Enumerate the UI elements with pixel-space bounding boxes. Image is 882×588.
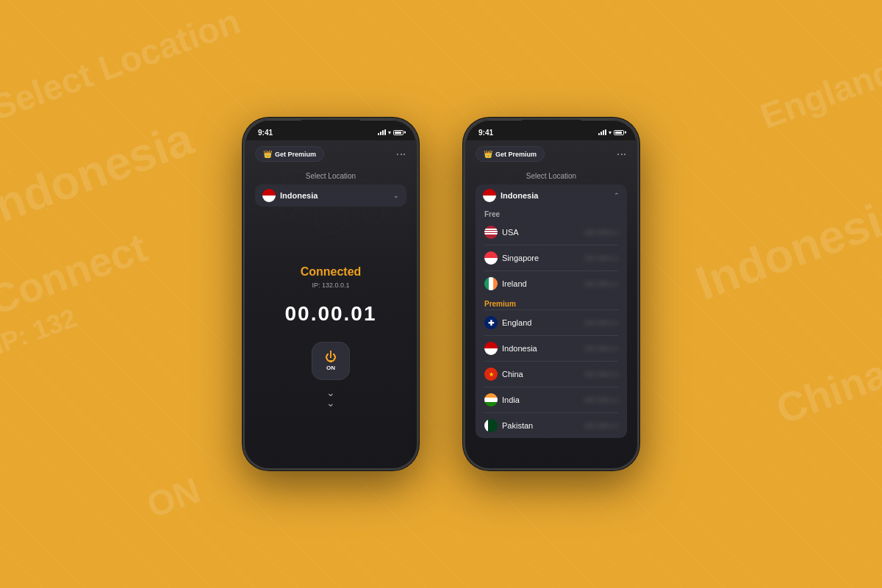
bg-watermark-connected: Connect xyxy=(0,223,153,325)
phone2-ip-england: 192.168.x.x xyxy=(584,319,618,326)
phone2-country-name-china: China xyxy=(502,370,584,379)
phone2-country-name-ireland: Ireland xyxy=(502,279,584,288)
phone1-ip-text: IP: 132.0.0.1 xyxy=(312,282,349,289)
phone2-country-name-india: India xyxy=(502,395,584,404)
phone1-expand-icon[interactable]: ⌄⌄ xyxy=(326,387,335,408)
phone2-wifi-icon: ▾ xyxy=(609,129,612,136)
phone1-screen: 👑 Get Premium ⋮ Select Location Indonesi… xyxy=(245,140,417,468)
phone1-chevron-down-icon: ⌄ xyxy=(393,192,399,199)
phone1-on-label: ON xyxy=(326,365,335,371)
phone2-status-icons: ▾ xyxy=(598,129,624,136)
phone2-ip-singapore: 192.168.x.x xyxy=(584,254,618,262)
signal-bar-4 xyxy=(384,129,386,135)
phone2-country-name-indonesia: Indonesia xyxy=(502,344,584,353)
phone2-dropdown-container: Indonesia ⌃ Free USA 192.168.x.x Sing xyxy=(476,184,627,207)
phone2-select-label: Select Location xyxy=(526,172,576,180)
phone1-premium-label: Get Premium xyxy=(275,151,316,158)
phone-1: 9:41 ▾ xyxy=(243,118,419,470)
phone2-location-dropdown[interactable]: Indonesia ⌃ xyxy=(476,184,627,207)
bg-watermark-ip: IP: 132 xyxy=(0,302,81,360)
phone2-flag xyxy=(483,189,496,202)
phone2-ip-usa: 192.168.x.x xyxy=(584,229,618,236)
phone2-dropdown-list[interactable]: Free USA 192.168.x.x Singapore 192.168.x… xyxy=(476,207,627,438)
phone2-flag-england: ✚ xyxy=(484,316,498,329)
phone1-notch xyxy=(301,120,360,135)
phone2-flag-indonesia2 xyxy=(484,342,498,355)
phone1-battery-fill xyxy=(395,132,401,134)
phone2-country-ireland[interactable]: Ireland 192.168.x.x xyxy=(476,271,627,296)
phone2-country-england[interactable]: ✚ England 192.168.x.x xyxy=(476,310,627,335)
bg-watermark-indonesia: Indonesia xyxy=(0,111,200,237)
phone-2: 9:41 ▾ 👑 Get Pre xyxy=(463,118,639,470)
phone1-top-bar: 👑 Get Premium ⋮ xyxy=(255,146,406,162)
phone2-country-name-usa: USA xyxy=(502,228,584,237)
phone1-power-button[interactable]: ⏻ ON xyxy=(312,342,350,380)
phone1-wifi-icon: ▾ xyxy=(388,129,391,136)
phone1-menu-button[interactable]: ⋮ xyxy=(396,149,406,159)
phone1-location-name: Indonesia xyxy=(280,191,393,200)
signal-bar-2 xyxy=(380,132,381,135)
phone2-ip-china: 192.168.x.x xyxy=(584,370,618,378)
phone1-location-dropdown[interactable]: Indonesia ⌄ xyxy=(255,184,406,207)
phone1-battery-icon xyxy=(393,130,404,135)
phone2-country-usa[interactable]: USA 192.168.x.x xyxy=(476,220,627,245)
phone2-ip-indonesia: 192.168.x.x xyxy=(584,345,618,352)
phone2-flag-india xyxy=(484,393,498,406)
phone1-time: 9:41 xyxy=(258,129,273,137)
phone2-free-section-label: Free xyxy=(476,207,509,221)
phone2-flag-usa xyxy=(484,226,498,239)
phone2-battery-icon xyxy=(614,130,624,135)
phone1-timer: 00.00.01 xyxy=(285,302,377,326)
phone2-ip-pakistan: 192.168.x.x xyxy=(584,422,618,429)
phone1-connection-area: Connected IP: 132.0.0.1 00.00.01 ⏻ ON ⌄⌄ xyxy=(255,215,406,458)
phone2-country-name-pakistan: Pakistan xyxy=(502,421,584,430)
signal-bar-4 xyxy=(605,129,606,135)
signal-bar-1 xyxy=(378,133,379,135)
signal-bar-3 xyxy=(382,130,384,135)
bg-watermark-indonesia2: Indonesia xyxy=(689,184,882,311)
phone2-premium-button[interactable]: 👑 Get Premium xyxy=(476,146,545,162)
phone1-status-icons: ▾ xyxy=(378,129,404,136)
phone2-notch xyxy=(522,120,581,135)
phone1-premium-button[interactable]: 👑 Get Premium xyxy=(255,146,324,162)
phone2-country-name-england: England xyxy=(502,318,584,327)
phone2-country-china[interactable]: ★ China 192.168.x.x xyxy=(476,362,627,387)
bg-watermark-china: China xyxy=(770,349,882,433)
phone2-time: 9:41 xyxy=(478,129,493,137)
bg-watermark-select: Select Location xyxy=(0,1,245,128)
phone1-connected-status: Connected xyxy=(301,265,362,279)
signal-bar-2 xyxy=(600,132,602,135)
phone2-menu-button[interactable]: ⋮ xyxy=(617,149,627,159)
phone2-chevron-up-icon: ⌃ xyxy=(614,192,620,199)
phone2-country-india[interactable]: India 192.168.x.x xyxy=(476,387,627,412)
phone2-premium-section-label: Premium xyxy=(476,294,525,311)
phone1-select-label: Select Location xyxy=(306,172,356,180)
phone2-top-bar: 👑 Get Premium ⋮ xyxy=(476,146,627,162)
phone2-signal xyxy=(598,129,606,135)
phone2-location-name: Indonesia xyxy=(501,191,614,200)
phone2-battery-fill xyxy=(615,132,622,134)
phone1-signal xyxy=(378,129,386,135)
phone2-flag-ireland xyxy=(484,277,498,290)
bg-watermark-on: ON xyxy=(142,470,205,526)
phone1-flag xyxy=(262,189,276,202)
signal-bar-1 xyxy=(598,133,600,135)
phone1-crown-icon: 👑 xyxy=(263,150,272,158)
phone2-country-pakistan[interactable]: Pakistan 192.168.x.x xyxy=(476,413,627,438)
phone2-flag-china: ★ xyxy=(484,368,498,381)
phone1-power-icon: ⏻ xyxy=(325,351,337,363)
phone2-flag-singapore xyxy=(484,251,498,265)
phone2-premium-label: Get Premium xyxy=(495,151,537,158)
bg-watermark-england: England xyxy=(755,51,882,136)
phone2-country-singapore[interactable]: Singapore 192.168.x.x xyxy=(476,245,627,270)
signal-bar-3 xyxy=(603,130,604,135)
phone2-crown-icon: 👑 xyxy=(484,150,492,158)
phone2-ip-ireland: 192.168.x.x xyxy=(584,280,618,287)
phone2-flag-pakistan xyxy=(484,419,498,432)
phone2-country-indonesia[interactable]: Indonesia 192.168.x.x xyxy=(476,336,627,361)
phone2-ip-india: 192.168.x.x xyxy=(584,396,618,404)
phone2-screen: 👑 Get Premium ⋮ Select Location Indonesi… xyxy=(465,140,637,468)
phone2-country-name-singapore: Singapore xyxy=(502,254,584,262)
